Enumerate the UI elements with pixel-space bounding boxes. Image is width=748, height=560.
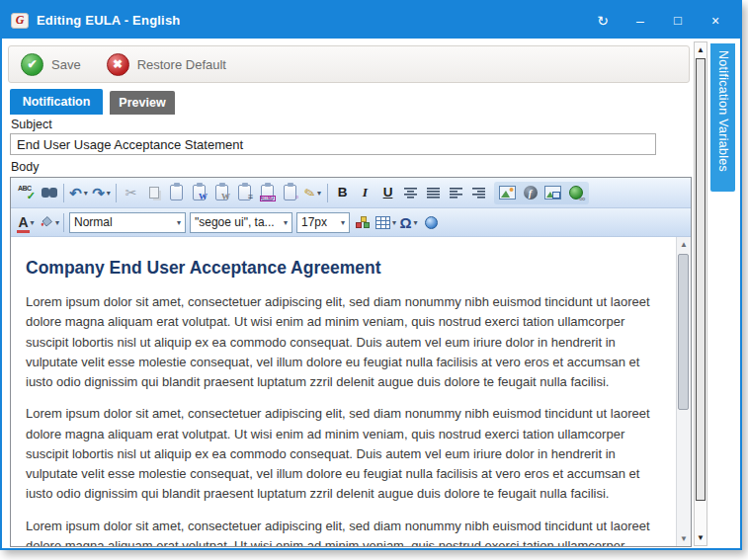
insert-symbol-button[interactable]: Ω ▾ — [397, 211, 420, 234]
hyperlink-globe-icon — [569, 186, 583, 200]
minimize-icon[interactable]: – — [632, 14, 648, 28]
app-icon: G — [11, 13, 29, 29]
tab-notification[interactable]: Notification — [10, 89, 103, 115]
italic-button[interactable]: I — [354, 182, 376, 204]
find-replace-button[interactable] — [38, 182, 60, 204]
paint-bucket-icon — [39, 215, 53, 229]
document-paragraph: Lorem ipsum dolor sit amet, consectetuer… — [26, 292, 663, 392]
scroll-up-icon[interactable]: ▲ — [695, 42, 706, 57]
restore-default-label: Restore Default — [137, 57, 226, 72]
paste-plain-text-button[interactable]: ≡ — [233, 182, 256, 204]
underline-button[interactable]: U — [376, 182, 399, 204]
outer-scroll-thumb[interactable] — [696, 58, 706, 501]
image-manager-button[interactable] — [496, 182, 519, 204]
editor-scrollbar[interactable]: ▲ ▼ — [676, 237, 691, 546]
background-color-dropdown-icon[interactable]: ▾ — [55, 218, 59, 227]
paste-as-html-icon: HTML — [261, 185, 274, 200]
document-text: Company End User Acceptance Agreement Lo… — [11, 237, 675, 546]
redo-dropdown-icon[interactable]: ▾ — [107, 189, 111, 198]
paste-button[interactable] — [165, 182, 188, 204]
chevron-down-icon: ▾ — [284, 218, 288, 227]
paragraph-style-value: Normal — [74, 215, 113, 229]
undo-button[interactable]: ↶ ▾ — [67, 182, 90, 204]
window-controls: ↻ – □ × — [595, 14, 723, 28]
table-icon — [375, 216, 390, 229]
align-left-icon — [450, 188, 462, 199]
flash-icon: f — [524, 186, 538, 200]
font-name-select[interactable]: "segoe ui", ta... ▾ — [190, 212, 292, 233]
body-label: Body — [11, 160, 40, 174]
maximize-icon[interactable]: □ — [670, 14, 686, 27]
align-center-button[interactable] — [399, 182, 422, 204]
paste-from-word-button[interactable]: W — [188, 182, 210, 204]
flash-manager-button[interactable]: f — [519, 182, 541, 204]
notification-variables-label: Notification Variables — [716, 43, 730, 192]
font-size-value: 17px — [301, 215, 327, 229]
format-stripper-dropdown-icon[interactable]: ▾ — [317, 189, 321, 198]
tab-strip: Notification Preview — [10, 89, 175, 115]
save-check-icon: ✔ — [21, 53, 43, 76]
paste-special-button[interactable]: ▫ — [279, 182, 301, 204]
media-insert-button[interactable] — [420, 211, 443, 234]
scroll-down-icon[interactable]: ▼ — [677, 531, 691, 546]
outer-scrollbar[interactable]: ▲ ▼ — [694, 41, 707, 546]
paste-as-html-button[interactable]: HTML — [256, 182, 279, 204]
subject-input[interactable] — [10, 133, 656, 155]
align-right-button[interactable] — [467, 182, 490, 204]
snippet-manager-button[interactable] — [352, 211, 374, 234]
restore-x-icon: ✖ — [107, 53, 129, 76]
symbol-dropdown-icon[interactable]: ▾ — [414, 218, 418, 227]
copy-button[interactable] — [142, 182, 165, 204]
format-stripper-button[interactable]: ✎ ▾ — [301, 182, 324, 204]
refresh-icon[interactable]: ↻ — [595, 14, 611, 28]
paste-special-icon: ▫ — [284, 185, 296, 200]
orb-icon — [425, 216, 438, 229]
subject-label: Subject — [11, 118, 52, 131]
image-icon — [499, 186, 516, 200]
toolbar-separator — [116, 184, 117, 202]
document-heading: Company End User Acceptance Agreement — [26, 258, 659, 279]
chevron-down-icon: ▾ — [341, 218, 345, 227]
close-icon[interactable]: × — [707, 14, 723, 28]
italic-icon: I — [363, 186, 368, 200]
dialog-content: ✔ Save ✖ Restore Default Notification Pr… — [2, 39, 740, 548]
document-paragraph: Lorem ipsum dolor sit amet, consectetuer… — [26, 404, 663, 504]
tab-preview[interactable]: Preview — [110, 91, 175, 115]
bold-button[interactable]: B — [331, 182, 354, 204]
paragraph-style-select[interactable]: Normal ▾ — [69, 212, 186, 233]
media-icon — [544, 186, 561, 200]
paste-plain-text-icon: ≡ — [238, 185, 251, 200]
paste-from-word-nostyle-button[interactable]: W — [210, 182, 233, 204]
scissors-icon: ✂ — [125, 186, 137, 200]
font-size-select[interactable]: 17px ▾ — [296, 212, 350, 233]
toolbar-separator — [327, 184, 328, 202]
restore-default-button[interactable]: ✖ Restore Default — [107, 53, 226, 76]
redo-icon: ↷ — [92, 186, 105, 200]
editor-scroll-thumb[interactable] — [678, 254, 689, 410]
scroll-up-icon[interactable]: ▲ — [677, 237, 691, 252]
underline-icon: U — [383, 186, 393, 200]
font-color-button[interactable]: A ▾ — [15, 211, 38, 234]
cut-button[interactable]: ✂ — [120, 182, 142, 204]
font-color-dropdown-icon[interactable]: ▾ — [31, 218, 35, 227]
align-center-icon — [404, 188, 417, 199]
spellcheck-button[interactable]: ABC ✓ — [15, 182, 38, 204]
insert-table-button[interactable]: ▾ — [374, 211, 397, 234]
editor-document[interactable]: Company End User Acceptance Agreement Lo… — [11, 237, 691, 546]
media-manager-button[interactable] — [541, 182, 564, 204]
titlebar: G Editing EULA - English ↻ – □ × — [2, 2, 740, 39]
undo-dropdown-icon[interactable]: ▾ — [84, 189, 88, 198]
scroll-down-icon[interactable]: ▼ — [695, 530, 706, 545]
table-dropdown-icon[interactable]: ▾ — [392, 218, 396, 227]
toolbar-separator — [63, 184, 64, 202]
manager-button-group: f — [494, 182, 589, 204]
align-left-button[interactable] — [445, 182, 467, 204]
save-button[interactable]: ✔ Save — [21, 53, 81, 76]
notification-variables-tab[interactable]: Notification Variables — [710, 43, 735, 192]
background-color-button[interactable]: ▾ — [38, 211, 60, 234]
document-paragraph: Lorem ipsum dolor sit amet, consectetuer… — [26, 517, 663, 546]
hyperlink-manager-button[interactable] — [564, 182, 587, 204]
copy-icon — [149, 187, 159, 199]
justify-button[interactable] — [422, 182, 445, 204]
redo-button[interactable]: ↷ ▾ — [90, 182, 113, 204]
